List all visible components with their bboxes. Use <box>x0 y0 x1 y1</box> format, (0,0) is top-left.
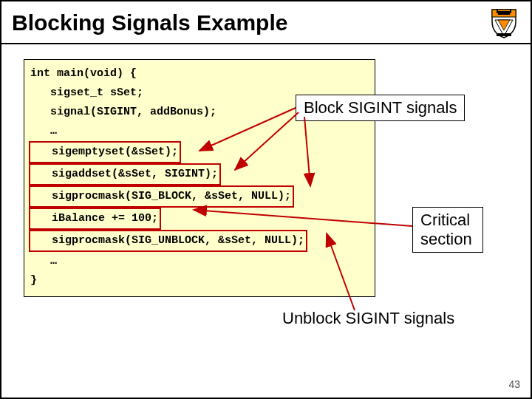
code-line-10: } <box>30 271 369 290</box>
red-box-balance: iBalance += 100; <box>29 208 161 230</box>
title-bar: Blocking Signals Example <box>1 1 531 44</box>
page-number: 43 <box>508 378 520 390</box>
label-unblock-sigint: Unblock SIGINT signals <box>282 309 454 328</box>
code-line-9: … <box>30 252 369 271</box>
label-block-sigint: Block SIGINT signals <box>296 95 465 121</box>
svg-rect-2 <box>510 9 511 13</box>
label-critical-2: section <box>420 230 475 249</box>
svg-rect-1 <box>497 9 498 13</box>
code-line-3: … <box>30 122 369 141</box>
red-box-sigadd: sigaddset(&sSet, SIGINT); <box>29 163 221 185</box>
label-critical-1: Critical <box>420 211 475 230</box>
svg-rect-3 <box>497 33 511 36</box>
code-line-8: sigprocmask(SIG_UNBLOCK, &sSet, NULL); <box>30 230 369 252</box>
slide-title: Blocking Signals Example <box>12 10 287 35</box>
label-critical-section: Critical section <box>412 207 483 253</box>
svg-rect-0 <box>498 11 510 15</box>
red-box-sigempty: sigemptyset(&sSet); <box>29 141 181 163</box>
red-box-unblock: sigprocmask(SIG_UNBLOCK, &sSet, NULL); <box>29 230 307 252</box>
princeton-shield-icon <box>488 7 520 39</box>
code-line-6: sigprocmask(SIG_BLOCK, &sSet, NULL); <box>30 185 369 208</box>
slide: Blocking Signals Example int main(void) … <box>0 0 532 399</box>
code-line-7: iBalance += 100; <box>30 208 369 230</box>
red-box-block: sigprocmask(SIG_BLOCK, &sSet, NULL); <box>29 185 294 208</box>
code-line-0: int main(void) { <box>30 64 369 83</box>
code-line-5: sigaddset(&sSet, SIGINT); <box>30 163 369 185</box>
code-line-4: sigemptyset(&sSet); <box>30 141 369 163</box>
